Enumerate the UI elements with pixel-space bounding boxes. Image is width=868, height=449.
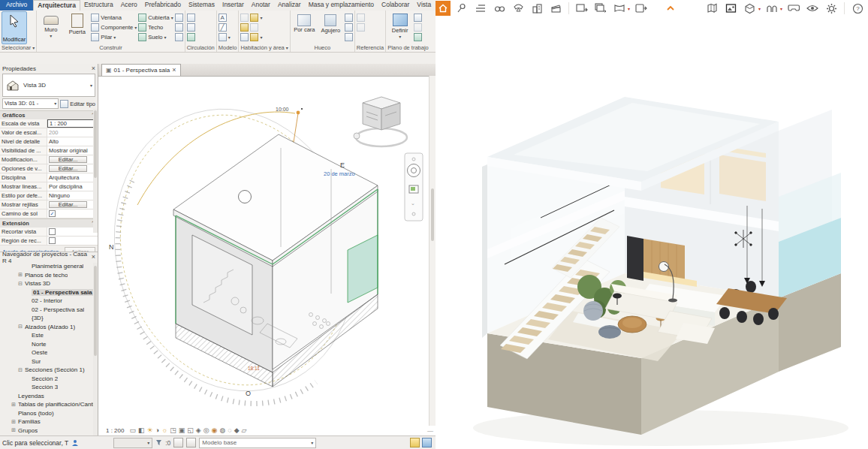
room-button[interactable]: ▾ xyxy=(240,13,262,22)
ribbon-tab[interactable]: Masa y emplazamiento xyxy=(305,0,378,11)
tree-item[interactable]: ⊞ Grupos xyxy=(0,426,98,435)
tree-item[interactable]: Sección 2 xyxy=(0,375,98,384)
help-icon[interactable]: ? xyxy=(850,1,865,16)
tree-item[interactable]: Sección 3 xyxy=(0,383,98,392)
wall-button[interactable]: Muro▾ xyxy=(38,11,63,38)
property-row[interactable]: Escala de vista1 : 200 xyxy=(0,119,98,128)
ribbon-tab[interactable]: Arquitectura xyxy=(33,0,80,11)
tree-item[interactable]: Oeste xyxy=(0,348,98,357)
area-boundary-button[interactable]: ▾ xyxy=(240,32,262,41)
hide-isolate-icon[interactable]: ◎ xyxy=(203,426,209,435)
ribbon-tab[interactable]: Sistemas xyxy=(185,0,219,11)
tree-item[interactable]: ⊟ Alzados (Alzado 1) xyxy=(0,323,98,332)
tag-room-button[interactable] xyxy=(240,23,262,32)
tree-item[interactable]: ⊟ Vistas 3D xyxy=(0,279,98,288)
ribbon-tab[interactable]: Prefabricado xyxy=(141,0,185,11)
tree-item[interactable]: 02 - Interior xyxy=(0,297,98,306)
ribbon-tab[interactable]: Acero xyxy=(117,0,141,11)
screenshot-export-icon[interactable] xyxy=(574,1,589,16)
stair-button[interactable] xyxy=(187,32,195,41)
mullion-button[interactable] xyxy=(175,32,183,41)
crop-region-icon[interactable]: ◱ xyxy=(187,426,194,435)
file-tab[interactable]: Archivo xyxy=(0,0,33,11)
model-group-button[interactable]: ▾ xyxy=(219,32,231,41)
sun-settings-icon[interactable]: ☼ xyxy=(161,426,167,435)
status-warning-icon[interactable] xyxy=(410,438,420,447)
tree-item[interactable]: Este xyxy=(0,331,98,340)
upload-location-icon[interactable] xyxy=(511,1,526,16)
property-row[interactable]: Valor de escal...200 xyxy=(0,128,98,137)
property-row[interactable]: Nivel de detalleAlto xyxy=(0,137,98,146)
tree-item[interactable]: Leyendas xyxy=(0,392,98,401)
column-button[interactable]: Pilar▾ xyxy=(91,32,137,41)
close-view-icon[interactable]: × xyxy=(172,67,176,74)
video-editor-icon[interactable] xyxy=(548,1,563,16)
property-row[interactable]: Camino de sol xyxy=(0,209,98,218)
modify-button[interactable]: Modificar xyxy=(2,11,27,44)
filter-icon[interactable] xyxy=(155,439,162,446)
edit-type-button[interactable]: Editar tipo xyxy=(60,100,95,108)
sun-path-icon[interactable]: ☀ xyxy=(147,426,153,435)
buildings-icon[interactable] xyxy=(529,1,544,16)
panorama-caret-icon[interactable]: ▾ xyxy=(628,6,630,11)
design-options-dropdown[interactable]: Modelo base▾ xyxy=(199,438,316,448)
property-row[interactable]: Modificacion...Editar... xyxy=(0,155,98,164)
ribbon-tab[interactable]: Vista xyxy=(413,0,435,11)
vr-headset-icon[interactable] xyxy=(786,1,801,16)
ribbon-tab[interactable]: Estructura xyxy=(80,0,117,11)
displacement-icon[interactable]: ◆ xyxy=(234,426,240,435)
shadows-icon[interactable]: ◑ xyxy=(155,426,159,435)
viewer-button[interactable] xyxy=(414,23,422,32)
tree-item[interactable]: ⊞ Planos de techo xyxy=(0,271,98,280)
show-workplane-button[interactable] xyxy=(414,13,422,22)
opening-by-face-button[interactable]: Por cara xyxy=(292,11,317,33)
home-button[interactable] xyxy=(436,1,451,16)
constraints-icon[interactable]: ▱ xyxy=(242,426,247,435)
roof-button[interactable]: Cubierta▾ xyxy=(138,13,173,22)
ref-plane-button[interactable] xyxy=(357,13,365,22)
visual-style-icon[interactable]: ◧ xyxy=(138,426,145,435)
standalone-export-icon[interactable] xyxy=(634,1,649,16)
view-selector-dropdown[interactable]: Vista 3D: 01 - Persp▾ xyxy=(2,98,59,109)
view-tab[interactable]: ▣ 01 - Perspectiva sala × xyxy=(101,64,181,76)
settings-gear-icon[interactable] xyxy=(824,1,839,16)
orthographic-cube-icon[interactable] xyxy=(743,1,758,16)
rendering-dialog-icon[interactable]: ◳ xyxy=(170,426,176,435)
lock-3d-view-icon[interactable]: ◈ xyxy=(196,426,201,435)
wall-opening-button[interactable] xyxy=(345,13,353,22)
workplane-grid-button[interactable] xyxy=(414,32,422,41)
enscape-render-view[interactable] xyxy=(436,17,868,449)
tree-item[interactable]: ⊞ Familias xyxy=(0,417,98,426)
crop-view-icon[interactable]: ▣ xyxy=(179,426,185,435)
property-row[interactable]: Opciones de v...Editar... xyxy=(0,164,98,173)
set-workplane-button[interactable]: Definir▾ xyxy=(387,11,412,39)
property-group-header[interactable]: Extensión⌃ xyxy=(0,218,98,228)
model-view[interactable]: N O E 20 de marzo 10:00 18:11 xyxy=(98,76,430,426)
floor-button[interactable]: Suelo▾ xyxy=(138,32,173,41)
curtain-system-button[interactable] xyxy=(175,13,183,22)
ribbon-tab[interactable]: Anotar xyxy=(248,0,274,11)
property-row[interactable]: Mostrar rejillasEditar... xyxy=(0,200,98,209)
tree-item[interactable]: Norte xyxy=(0,340,98,349)
viewbar-resize-handle[interactable]: — xyxy=(427,427,433,434)
type-selector[interactable]: Vista 3D ▾ xyxy=(2,74,95,97)
property-row[interactable]: Estilo por defe...Ninguno xyxy=(0,191,98,200)
view-properties-icon[interactable]: ◍ xyxy=(219,426,225,435)
walk-mode-icon[interactable] xyxy=(764,1,779,16)
ribbon-tab[interactable]: Insertar xyxy=(219,0,248,11)
property-group-header[interactable]: Gráficos⌃ xyxy=(0,110,98,119)
view-cube[interactable] xyxy=(354,97,407,146)
spectator-eye-icon[interactable] xyxy=(805,1,820,16)
editable-only-icon[interactable] xyxy=(173,438,183,447)
ceiling-button[interactable]: Techo xyxy=(138,23,173,32)
close-icon[interactable]: × xyxy=(92,65,95,72)
navigation-bar[interactable]: ⌄ xyxy=(405,153,423,221)
collapse-chevron-icon[interactable] xyxy=(663,1,678,16)
site-pin-icon[interactable] xyxy=(454,1,469,16)
thin-lines-icon[interactable]: ▭ xyxy=(129,426,136,435)
view-scale[interactable]: 1 : 200 xyxy=(106,427,124,434)
railing-button[interactable] xyxy=(187,13,195,22)
tree-item[interactable]: Sur xyxy=(0,357,98,366)
ref-line-button[interactable] xyxy=(357,23,365,32)
dormer-opening-button[interactable] xyxy=(345,32,353,41)
